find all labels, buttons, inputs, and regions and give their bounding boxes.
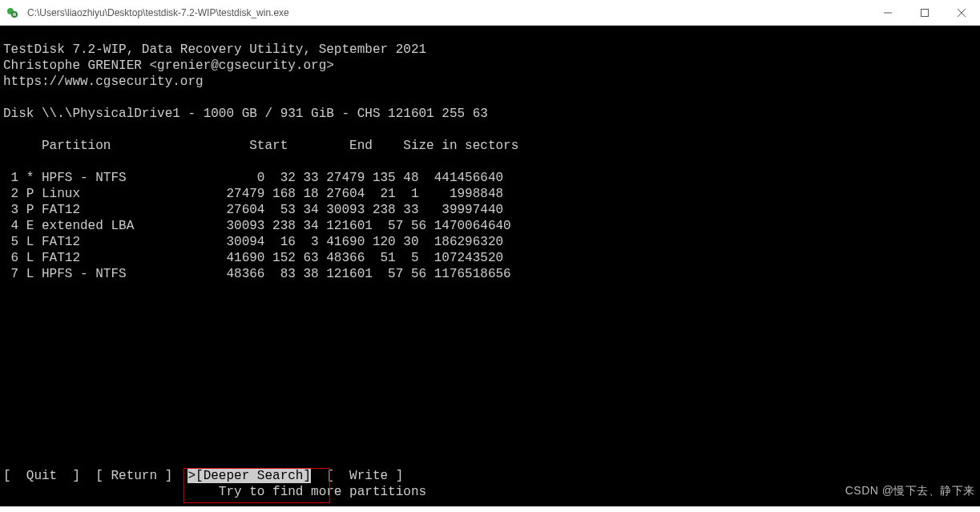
app-version-line: TestDisk 7.2-WIP, Data Recovery Utility,… <box>3 42 426 57</box>
window-controls <box>869 0 980 26</box>
watermark-text: CSDN @慢下去、静下来 <box>845 482 975 498</box>
svg-rect-2 <box>13 13 16 16</box>
menu-write[interactable]: [ Write ] <box>326 469 403 483</box>
partition-row[interactable]: 7 L HPFS - NTFS 48366 83 38 121601 57 56… <box>3 267 511 281</box>
maximize-button[interactable] <box>906 0 943 26</box>
partition-table-header: Partition Start End Size in sectors <box>3 139 518 153</box>
menu-quit[interactable]: [ Quit ] <box>3 469 80 483</box>
menu-deeper-search[interactable]: [Deeper Search] <box>196 469 311 483</box>
close-button[interactable] <box>943 0 980 26</box>
partition-row[interactable]: 1 * HPFS - NTFS 0 32 33 27479 135 48 441… <box>3 171 503 185</box>
window-titlebar: C:\Users\liaozhiyu\Desktop\testdisk-7.2-… <box>0 0 980 26</box>
menu-bar: [ Quit ] [ Return ] >[Deeper Search] [ W… <box>3 468 403 484</box>
partition-row[interactable]: 6 L FAT12 41690 152 63 48366 51 5 107243… <box>3 251 503 265</box>
author-line: Christophe GRENIER <grenier@cgsecurity.o… <box>3 58 334 73</box>
partition-row[interactable]: 5 L FAT12 30094 16 3 41690 120 30 186296… <box>3 235 503 249</box>
partition-row[interactable]: 4 E extended LBA 30093 238 34 121601 57 … <box>3 219 511 233</box>
minimize-button[interactable] <box>869 0 906 26</box>
menu-return[interactable]: [ Return ] <box>95 469 172 483</box>
app-icon <box>0 6 26 19</box>
svg-rect-4 <box>922 9 929 16</box>
console-area[interactable]: TestDisk 7.2-WIP, Data Recovery Utility,… <box>0 26 980 506</box>
partition-row[interactable]: 2 P Linux 27479 168 18 27604 21 1 199884… <box>3 187 503 201</box>
cursor-icon: > <box>188 469 196 483</box>
partition-row[interactable]: 3 P FAT12 27604 53 34 30093 238 33 39997… <box>3 203 503 217</box>
window-title: C:\Users\liaozhiyu\Desktop\testdisk-7.2-… <box>26 7 869 18</box>
menu-hint: Try to find more partitions <box>3 484 426 500</box>
url-line: https://www.cgsecurity.org <box>3 75 204 89</box>
disk-info-line: Disk \\.\PhysicalDrive1 - 1000 GB / 931 … <box>3 107 488 121</box>
